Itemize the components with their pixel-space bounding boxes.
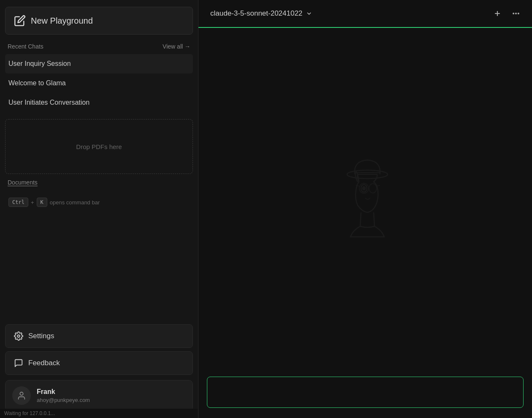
svg-point-5 [516, 13, 516, 14]
drop-zone-label: Drop PDFs here [76, 143, 122, 150]
add-button[interactable] [490, 6, 505, 21]
settings-button[interactable]: Settings [5, 324, 193, 348]
chevron-down-icon [306, 10, 312, 17]
sidebar: New Playground Recent Chats View all → U… [0, 0, 198, 418]
user-info: Frank ahoy@punkpeye.com [37, 388, 90, 403]
chat-input[interactable] [207, 377, 524, 408]
feedback-icon [14, 358, 23, 368]
shortcut-desc: opens command bar [50, 199, 100, 206]
svg-point-1 [20, 392, 23, 395]
chat-area [198, 28, 532, 370]
keyboard-shortcut-hint: Ctrl + K opens command bar [5, 191, 193, 214]
documents-link[interactable]: Documents [5, 177, 193, 187]
view-all-button[interactable]: View all → [163, 43, 190, 50]
edit-icon [14, 15, 26, 27]
input-area [198, 370, 532, 418]
user-email: ahoy@punkpeye.com [37, 397, 90, 403]
plus-icon [493, 9, 502, 18]
list-item[interactable]: User Inquiry Session [5, 54, 193, 73]
list-item[interactable]: User Initiates Conversation [5, 93, 193, 112]
svg-point-0 [17, 335, 20, 337]
svg-point-10 [363, 187, 365, 190]
more-options-button[interactable] [508, 6, 524, 21]
ellipsis-icon [512, 9, 520, 18]
main-content: claude-3-5-sonnet-20241022 [198, 0, 532, 418]
model-selector[interactable]: claude-3-5-sonnet-20241022 [207, 8, 316, 19]
new-playground-button[interactable]: New Playground [5, 7, 193, 35]
recent-chats-header: Recent Chats View all → [5, 43, 193, 50]
svg-point-12 [369, 184, 377, 193]
llama-logo [319, 152, 412, 245]
kbd-ctrl: Ctrl [8, 198, 28, 207]
status-bar: Waiting for 127.0.0.1... [0, 409, 198, 418]
top-bar-actions [490, 6, 524, 21]
settings-label: Settings [28, 332, 54, 340]
user-card[interactable]: Frank ahoy@punkpeye.com [5, 380, 193, 411]
pdf-drop-zone[interactable]: Drop PDFs here [5, 119, 193, 174]
recent-chats-label: Recent Chats [8, 43, 43, 50]
gear-icon [14, 331, 23, 341]
kbd-plus: + [31, 199, 34, 206]
svg-point-6 [518, 13, 519, 14]
feedback-button[interactable]: Feedback [5, 351, 193, 375]
sidebar-bottom: Settings Feedback Frank ahoy@punkpeye.co… [5, 324, 193, 411]
model-name: claude-3-5-sonnet-20241022 [210, 9, 302, 18]
user-name: Frank [37, 388, 90, 396]
top-bar: claude-3-5-sonnet-20241022 [198, 0, 532, 28]
kbd-k: K [37, 198, 47, 207]
list-item[interactable]: Welcome to Glama [5, 73, 193, 93]
new-playground-label: New Playground [31, 16, 93, 26]
feedback-label: Feedback [28, 359, 60, 367]
avatar [12, 386, 31, 405]
svg-point-4 [513, 13, 514, 14]
user-icon [17, 391, 26, 400]
